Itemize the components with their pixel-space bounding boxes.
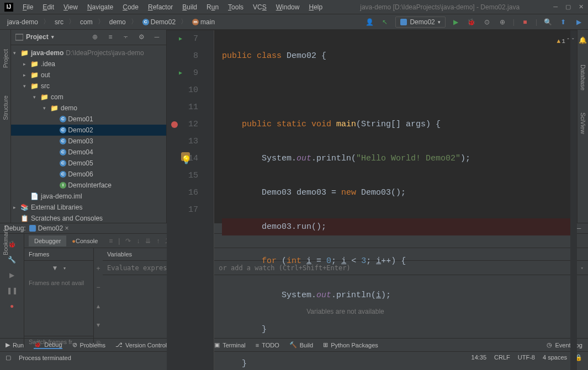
frames-empty-text: Frames are not avail bbox=[24, 275, 93, 336]
close-button[interactable]: ✕ bbox=[579, 3, 584, 10]
expand-all-icon[interactable]: ≡ bbox=[105, 32, 115, 42]
menu-tools[interactable]: Tools bbox=[224, 2, 247, 13]
menu-window[interactable]: Window bbox=[272, 2, 304, 13]
select-opened-icon[interactable]: ⊕ bbox=[90, 32, 100, 42]
inspection-indicator[interactable]: ▲1ˆˇ bbox=[557, 33, 575, 50]
menu-help[interactable]: Help bbox=[305, 2, 326, 13]
maximize-button[interactable]: ▢ bbox=[565, 3, 571, 10]
project-panel-title[interactable]: Project ▾ bbox=[15, 33, 54, 41]
tool-problems[interactable]: ⊘ Problems bbox=[72, 341, 105, 348]
crumb-src[interactable]: src bbox=[52, 17, 66, 27]
back-icon[interactable]: ↖ bbox=[380, 17, 390, 27]
project-tree: ▾📁java-demoD:\IdeaProjects\java-demo ▸📁.… bbox=[11, 45, 166, 223]
debug-config-name[interactable]: Demo02 bbox=[38, 224, 63, 232]
line-gutter[interactable]: ▶ ▶ 7891011121314151617 💡 bbox=[167, 30, 206, 370]
menu-run[interactable]: Run bbox=[203, 2, 223, 13]
main-menu: File Edit View Navigate Code Refactor Bu… bbox=[19, 2, 326, 13]
crumb-class[interactable]: CDemo02 bbox=[140, 17, 178, 27]
tool-run[interactable]: ▶ Run bbox=[6, 341, 24, 348]
new-watch-icon[interactable]: + bbox=[96, 265, 100, 272]
tree-idea[interactable]: ▸📁.idea bbox=[11, 58, 166, 69]
tool-debug[interactable]: 🐞 Debug bbox=[34, 341, 62, 349]
side-tab-structure[interactable]: Structure bbox=[2, 93, 9, 123]
add-config-icon[interactable]: 👤 bbox=[364, 17, 374, 27]
resume-icon[interactable]: ▶ bbox=[7, 270, 17, 280]
tree-demo03[interactable]: C Demo03 bbox=[11, 136, 166, 147]
project-icon bbox=[15, 33, 23, 41]
debug-icon[interactable]: 🐞 bbox=[467, 17, 476, 27]
tree-external-libs[interactable]: ▸📚External Libraries bbox=[11, 202, 166, 213]
frames-filter[interactable]: ▼▾ bbox=[24, 261, 93, 275]
menu-refactor[interactable]: Refactor bbox=[144, 2, 177, 13]
tree-iml[interactable]: 📄java-demo.iml bbox=[11, 191, 166, 202]
step-over-icon[interactable]: ↷ bbox=[125, 237, 131, 245]
status-icon[interactable]: ▢ bbox=[6, 354, 11, 361]
down-watch-icon[interactable]: ▾ bbox=[97, 321, 100, 329]
menu-file[interactable]: File bbox=[19, 2, 37, 13]
side-tab-bookmarks[interactable]: Bookmarks bbox=[2, 222, 9, 258]
search-icon[interactable]: 🔍 bbox=[543, 17, 553, 27]
hint-bulb-icon[interactable]: 💡 bbox=[181, 152, 190, 161]
run-config-selector[interactable]: Demo02▾ bbox=[395, 17, 445, 28]
side-tab-database[interactable]: Database bbox=[580, 62, 586, 93]
crumb-project[interactable]: java-demo bbox=[4, 17, 41, 27]
collapse-icon[interactable]: ⫟ bbox=[121, 32, 131, 42]
crumb-com[interactable]: com bbox=[77, 17, 96, 27]
run-gutter-icon[interactable]: ▶ bbox=[171, 30, 182, 47]
menu-code[interactable]: Code bbox=[119, 2, 142, 13]
menu-view[interactable]: View bbox=[60, 2, 82, 13]
side-tab-project[interactable]: Project bbox=[2, 46, 9, 71]
error-stripe[interactable]: ▲1ˆˇ bbox=[570, 30, 577, 370]
side-tab-sciview[interactable]: SciView bbox=[580, 110, 586, 137]
menu-build[interactable]: Build bbox=[178, 2, 201, 13]
step-into-icon[interactable]: ↓ bbox=[136, 237, 140, 245]
fold-gutter[interactable] bbox=[206, 30, 214, 370]
tree-demo[interactable]: ▾📁demo bbox=[11, 103, 166, 114]
remove-watch-icon[interactable]: − bbox=[96, 283, 100, 291]
settings-icon[interactable]: ⚙ bbox=[136, 32, 146, 42]
coverage-icon[interactable]: ⊙ bbox=[482, 17, 492, 27]
code-content[interactable]: public class Demo02 { public static void… bbox=[214, 30, 570, 370]
filter-icon[interactable]: ▼ bbox=[52, 264, 59, 272]
debugger-tab[interactable]: Debugger bbox=[29, 235, 66, 246]
tree-root[interactable]: ▾📁java-demoD:\IdeaProjects\java-demo bbox=[11, 47, 166, 58]
stop-icon[interactable]: ■ bbox=[520, 17, 530, 27]
minimize-button[interactable]: ─ bbox=[553, 3, 558, 10]
notifications-icon[interactable]: 🔔 bbox=[578, 35, 588, 45]
tree-demo06[interactable]: C Demo06 bbox=[11, 169, 166, 180]
stop-debug-icon[interactable]: ● bbox=[7, 301, 17, 311]
app-logo: IJ bbox=[4, 3, 13, 12]
menu-vcs[interactable]: VCS bbox=[249, 2, 271, 13]
force-step-icon[interactable]: ⇊ bbox=[145, 237, 151, 245]
tree-out[interactable]: ▸📁out bbox=[11, 69, 166, 81]
tree-scratches[interactable]: 📋Scratches and Consoles bbox=[11, 213, 166, 223]
profile-icon[interactable]: ⊕ bbox=[497, 17, 507, 27]
console-tab[interactable]: ●Console bbox=[66, 235, 103, 246]
step-out-icon[interactable]: ↑ bbox=[156, 237, 160, 245]
hide-panel-icon[interactable]: ─ bbox=[152, 32, 162, 42]
code-editor[interactable]: ▶ ▶ 7891011121314151617 💡 public class D… bbox=[167, 30, 577, 370]
tool-vcs[interactable]: ⎇ Version Control bbox=[115, 341, 167, 348]
menu-navigate[interactable]: Navigate bbox=[83, 2, 117, 13]
menu-edit[interactable]: Edit bbox=[39, 2, 58, 13]
run-gutter-icon[interactable]: ▶ bbox=[171, 65, 182, 82]
crumb-method[interactable]: mmain bbox=[189, 17, 218, 27]
tree-com[interactable]: ▾📁com bbox=[11, 92, 166, 103]
show-exec-icon[interactable]: ≡ bbox=[109, 237, 113, 245]
sync-icon[interactable]: ⬆ bbox=[558, 17, 568, 27]
ide-icon[interactable]: ▶ bbox=[574, 17, 584, 27]
tree-interface[interactable]: I DemoInterface bbox=[11, 180, 166, 191]
tree-src[interactable]: ▾📁src bbox=[11, 81, 166, 92]
nav-toolbar: 👤 ↖ Demo02▾ ▶ 🐞 ⊙ ⊕ | ■ | 🔍 ⬆ ▶ bbox=[364, 17, 584, 28]
pause-icon[interactable]: ❚❚ bbox=[7, 286, 17, 296]
run-icon[interactable]: ▶ bbox=[451, 17, 461, 27]
frames-header: Frames bbox=[24, 248, 93, 261]
tree-demo04[interactable]: C Demo04 bbox=[11, 147, 166, 158]
up-watch-icon[interactable]: ▴ bbox=[97, 302, 100, 310]
tree-demo01[interactable]: C Demo01 bbox=[11, 114, 166, 125]
breakpoint-icon[interactable] bbox=[171, 116, 182, 133]
tree-demo05[interactable]: C Demo05 bbox=[11, 158, 166, 169]
tree-demo02[interactable]: C Demo02 bbox=[11, 125, 166, 136]
crumb-demo[interactable]: demo bbox=[107, 17, 129, 27]
frames-panel: Frames ▼▾ Frames are not avail Switch fr… bbox=[24, 248, 94, 347]
